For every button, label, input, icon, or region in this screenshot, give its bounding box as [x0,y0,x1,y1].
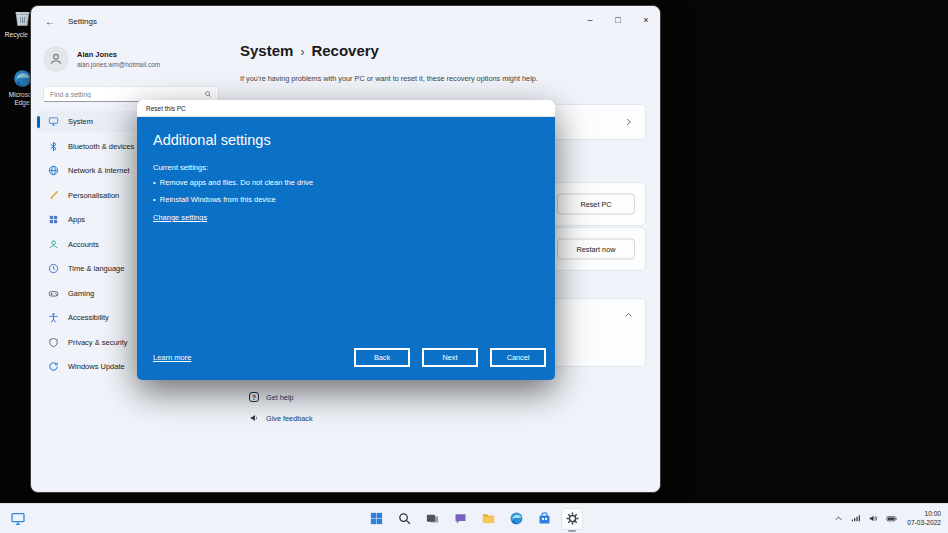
apps-grid-icon [48,214,59,225]
tray-time: 10:00 [907,510,941,519]
breadcrumb: System › Recovery [240,42,379,59]
folder-icon [481,511,496,526]
bluetooth-icon [48,141,59,152]
tray-chevron-up-icon[interactable] [834,514,843,523]
settings-taskbar-button[interactable] [561,508,583,530]
task-view-icon [425,511,440,526]
sidebar-item-label: System [68,117,93,126]
give-feedback-label: Give feedback [266,414,313,423]
sidebar-item-label: Bluetooth & devices [68,142,134,151]
dialog-footer: Learn more Back Next Cancel [153,348,546,367]
window-controls: – □ × [576,6,660,33]
setting-item: Remove apps and files. Do not clean the … [153,178,313,187]
sidebar-item-label: Privacy & security [68,338,128,347]
accounts-person-icon [48,239,59,250]
close-button[interactable]: × [632,6,660,33]
reset-pc-button[interactable]: Reset PC [557,194,635,215]
dialog-title: Reset this PC [146,105,186,112]
battery-icon[interactable] [886,513,897,524]
breadcrumb-system[interactable]: System [240,42,293,59]
page-description: If you're having problems with your PC o… [240,74,646,83]
selected-indicator [37,116,40,128]
file-explorer-button[interactable] [477,508,499,530]
system-tray: 10:00 07-03-2022 [834,504,941,533]
next-button[interactable]: Next [422,348,478,367]
reset-this-pc-dialog: Reset this PC Additional settings Curren… [137,100,555,380]
start-button[interactable] [365,508,387,530]
shield-icon [48,337,59,348]
gear-icon [565,511,580,526]
maximize-button[interactable]: □ [604,6,632,33]
chevron-right-icon [624,118,633,127]
sidebar-item-label: Windows Update [68,362,125,371]
volume-icon[interactable] [868,513,879,524]
edge-icon [509,511,524,526]
globe-icon [48,165,59,176]
search-icon [204,90,212,98]
sidebar-item-label: Gaming [68,289,94,298]
profile-card[interactable]: Alan Jones alan.jones.wm@hotmail.com [31,36,231,78]
change-settings-link[interactable]: Change settings [153,213,207,222]
accessibility-icon [48,312,59,323]
window-title: Settings [68,17,97,26]
taskbar-search-button[interactable] [393,508,415,530]
sidebar-item-label: Time & language [68,264,124,273]
store-button[interactable] [533,508,555,530]
dialog-titlebar: Reset this PC [137,100,555,117]
learn-more-link[interactable]: Learn more [153,353,191,362]
dialog-buttons: Back Next Cancel [354,348,546,367]
sidebar-item-label: Accessibility [68,313,109,322]
search-input[interactable] [50,91,200,98]
minimize-button[interactable]: – [576,6,604,33]
tray-date: 07-03-2022 [907,519,941,528]
profile-name: Alan Jones [77,50,160,59]
titlebar: ← Settings – □ × [31,6,660,36]
current-settings-label: Current settings: [153,163,208,172]
sidebar-item-label: Accounts [68,240,99,249]
restart-now-button[interactable]: Restart now [557,239,635,260]
person-icon [49,52,63,66]
system-icon [48,116,59,127]
update-icon [48,361,59,372]
avatar [43,46,69,72]
give-feedback-link[interactable]: Give feedback [249,413,313,423]
sidebar-item-label: Personalisation [68,191,119,200]
sidebar-item-label: Apps [68,215,85,224]
brush-icon [48,190,59,201]
clock-icon [48,263,59,274]
clock[interactable]: 10:00 07-03-2022 [907,510,941,527]
get-help-link[interactable]: ? Get help [249,392,294,402]
breadcrumb-recovery: Recovery [311,42,379,59]
chat-button[interactable] [449,508,471,530]
gamepad-icon [48,288,59,299]
search-icon [397,511,412,526]
cancel-button[interactable]: Cancel [490,348,546,367]
taskbar: 10:00 07-03-2022 [0,503,948,533]
setting-item: Reinstall Windows from this device [153,195,276,204]
sidebar-item-label: Network & internet [68,166,130,175]
profile-email: alan.jones.wm@hotmail.com [77,61,160,68]
chevron-up-icon [624,311,633,320]
dialog-body: Additional settings Current settings: Re… [137,117,555,380]
task-view-button[interactable] [421,508,443,530]
help-icon: ? [249,392,259,402]
dialog-heading: Additional settings [153,132,271,148]
taskbar-center [0,504,948,533]
get-help-label: Get help [266,393,294,402]
edge-button[interactable] [505,508,527,530]
windows-logo-icon [369,511,384,526]
back-button[interactable]: Back [354,348,410,367]
network-icon[interactable] [850,513,861,524]
back-arrow-button[interactable]: ← [45,16,55,27]
store-bag-icon [537,511,552,526]
breadcrumb-separator-icon: › [300,45,304,59]
feedback-icon [249,413,259,423]
chat-bubble-icon [453,511,468,526]
